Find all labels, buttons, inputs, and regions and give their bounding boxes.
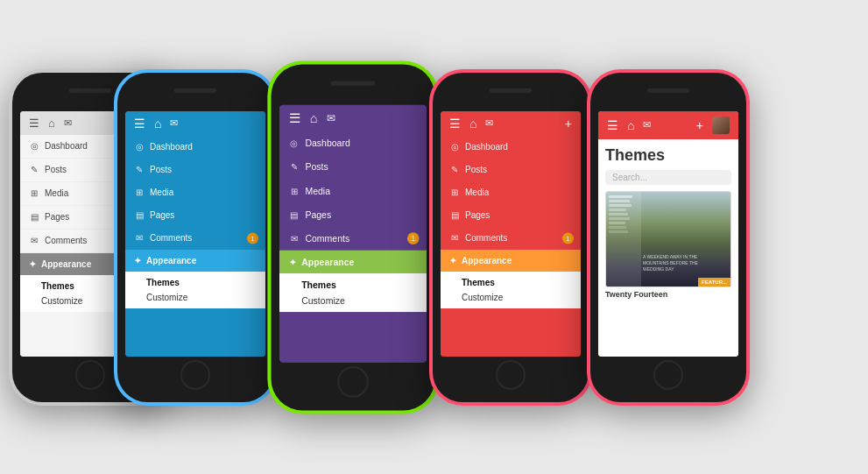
menu-item-pages[interactable]: ▤ Pages — [441, 204, 581, 227]
home-icon[interactable]: ⌂ — [310, 110, 318, 125]
menu-item-media[interactable]: ⊞ Media — [125, 181, 265, 204]
themes-link[interactable]: Themes — [289, 277, 418, 293]
menu-item-posts[interactable]: ✎ Posts — [125, 159, 265, 181]
menu-icon[interactable]: ☰ — [289, 110, 301, 125]
home-icon[interactable]: ⌂ — [48, 117, 55, 130]
appearance-row[interactable]: ✦ Appearance — [125, 250, 265, 272]
home-icon[interactable]: ⌂ — [469, 117, 476, 131]
menu-item-pages[interactable]: ▤ Pages — [125, 204, 265, 227]
phone-2: ☰ ⌂ ✉ ◎ Dashboard ✎ Posts — [114, 69, 277, 406]
menu-icon[interactable]: ☰ — [449, 117, 461, 131]
themes-link[interactable]: Themes — [134, 275, 257, 290]
featured-banner: FEATUR... — [698, 278, 730, 287]
theme-name: Twenty Fourteen — [605, 287, 731, 301]
menu-icon[interactable]: ☰ — [607, 118, 618, 132]
customize-link[interactable]: Customize — [134, 290, 257, 305]
comment-icon[interactable]: ✉ — [170, 117, 178, 129]
search-box[interactable]: Search... — [605, 170, 731, 185]
menu-icon[interactable]: ☰ — [29, 117, 39, 130]
menu-item-media[interactable]: ⊞ Media — [279, 178, 427, 202]
comments-badge: 1 — [407, 232, 420, 244]
themes-link[interactable]: Themes — [449, 275, 572, 290]
menu-item-posts[interactable]: ✎ Posts — [441, 159, 581, 181]
menu-item-dashboard[interactable]: ◎ Dashboard — [279, 131, 427, 154]
theme-card[interactable]: A WEEKEND AWAY IN THEMOUNTAINS BEFORE TH… — [605, 191, 731, 287]
theme-description: A WEEKEND AWAY IN THEMOUNTAINS BEFORE TH… — [643, 254, 728, 272]
phone-5: ☰ ⌂ ✉ + Themes Search... — [587, 69, 750, 406]
customize-link[interactable]: Customize — [289, 293, 418, 308]
comments-badge: 1 — [562, 232, 574, 244]
plus-icon[interactable]: + — [565, 117, 572, 131]
comment-icon[interactable]: ✉ — [327, 111, 335, 124]
appearance-row[interactable]: ✦ Appearance — [279, 250, 427, 272]
comments-badge: 1 — [247, 232, 258, 244]
themes-panel: Themes Search... — [598, 139, 738, 357]
phone-4: ☰ ⌂ ✉ + ◎ Dashboard ✎ Posts — [429, 69, 592, 406]
phone-3: ☰ ⌂ ✉ ◎ Dashboard ✎ Posts — [267, 60, 438, 414]
comment-icon[interactable]: ✉ — [485, 117, 493, 129]
sub-menu: Themes Customize — [125, 272, 265, 308]
phones-scene: ☰ ⌂ ✉ ◎ Dashboard ✎ Posts — [0, 0, 868, 474]
plus-icon[interactable]: + — [696, 118, 703, 132]
menu-item-dashboard[interactable]: ◎ Dashboard — [125, 136, 265, 159]
menu-item-dashboard[interactable]: ◎ Dashboard — [441, 136, 581, 159]
home-icon[interactable]: ⌂ — [627, 118, 634, 132]
sub-menu: Themes Customize — [441, 272, 581, 308]
menu-item-posts[interactable]: ✎ Posts — [279, 154, 427, 178]
comment-icon[interactable]: ✉ — [643, 119, 651, 131]
menu-item-pages[interactable]: ▤ Pages — [279, 202, 427, 226]
avatar — [712, 117, 730, 134]
themes-title: Themes — [605, 146, 731, 165]
appearance-row[interactable]: ✦ Appearance — [441, 250, 581, 272]
home-icon[interactable]: ⌂ — [154, 117, 161, 131]
menu-item-media[interactable]: ⊞ Media — [441, 181, 581, 204]
menu-item-comments[interactable]: ✉ Comments 1 — [279, 226, 427, 250]
sub-menu: Themes Customize — [279, 272, 427, 311]
comment-icon[interactable]: ✉ — [64, 117, 72, 129]
menu-item-comments[interactable]: ✉ Comments 1 — [441, 227, 581, 250]
menu-item-comments[interactable]: ✉ Comments 1 — [125, 227, 265, 250]
customize-link[interactable]: Customize — [449, 290, 572, 305]
menu-icon[interactable]: ☰ — [134, 117, 145, 131]
